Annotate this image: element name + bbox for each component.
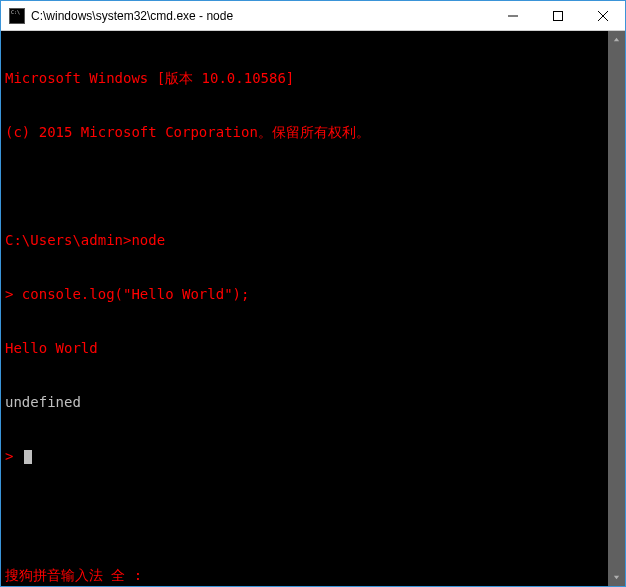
node-input-line: > console.log("Hello World"); <box>5 285 604 303</box>
prompt-line: C:\Users\admin>node <box>5 231 604 249</box>
copyright-line: (c) 2015 Microsoft Corporation。保留所有权利。 <box>5 123 604 141</box>
ime-status: 搜狗拼音输入法 全 : <box>5 566 142 584</box>
terminal-area: Microsoft Windows [版本 10.0.10586] (c) 20… <box>1 31 625 586</box>
node-prompt: > <box>5 448 22 464</box>
terminal-output[interactable]: Microsoft Windows [版本 10.0.10586] (c) 20… <box>1 31 608 586</box>
node-input: console.log("Hello World"); <box>22 286 250 302</box>
node-prompt: > <box>5 286 22 302</box>
scroll-up-button[interactable] <box>608 31 625 48</box>
scroll-thumb[interactable] <box>608 48 625 569</box>
maximize-button[interactable] <box>535 1 580 30</box>
window-controls <box>490 1 625 30</box>
cursor-icon <box>24 450 32 464</box>
scroll-track[interactable] <box>608 48 625 569</box>
minimize-button[interactable] <box>490 1 535 30</box>
cmd-window: C:\windows\system32\cmd.exe - node Micro… <box>0 0 626 587</box>
output-line: Hello World <box>5 339 604 357</box>
maximize-icon <box>553 11 563 21</box>
titlebar[interactable]: C:\windows\system32\cmd.exe - node <box>1 1 625 31</box>
svg-marker-5 <box>614 576 619 580</box>
svg-marker-4 <box>614 38 619 42</box>
minimize-icon <box>508 11 518 21</box>
svg-rect-1 <box>553 11 562 20</box>
chevron-down-icon <box>613 574 620 581</box>
close-icon <box>598 11 608 21</box>
banner-line: Microsoft Windows [版本 10.0.10586] <box>5 69 604 87</box>
chevron-up-icon <box>613 36 620 43</box>
cmd-icon <box>9 8 25 24</box>
close-button[interactable] <box>580 1 625 30</box>
current-prompt-line: > <box>5 447 604 465</box>
window-title: C:\windows\system32\cmd.exe - node <box>31 9 490 23</box>
scroll-down-button[interactable] <box>608 569 625 586</box>
blank-line <box>5 177 604 195</box>
vertical-scrollbar[interactable] <box>608 31 625 586</box>
return-value-line: undefined <box>5 393 604 411</box>
